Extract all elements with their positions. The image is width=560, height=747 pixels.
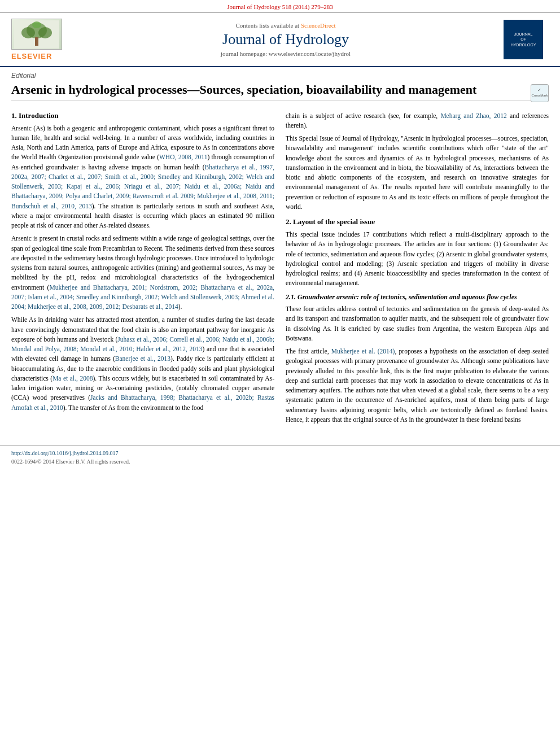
sciencedirect-link[interactable]: ScienceDirect <box>301 22 336 29</box>
article-title: Arsenic in hydrological processes—Source… <box>11 82 531 101</box>
hydrology-logo-text: JOURNALOFHYDROLOGY <box>511 32 536 47</box>
page: Journal of Hydrology 518 (2014) 279–283 … <box>0 0 560 747</box>
mukherjee-2001-link[interactable]: Mukherjee and Bhattacharya, 2001; Nordst… <box>11 284 274 311</box>
section2-1-heading: 2.1. Groundwater arsenic: role of tecton… <box>286 293 549 302</box>
footer: http://dx.doi.org/10.1016/j.jhydrol.2014… <box>0 445 560 469</box>
elsevier-logo-area: ELSEVIER <box>11 19 68 60</box>
tree-logo-image <box>11 19 62 50</box>
elsevier-tree-svg <box>14 20 59 49</box>
journal-homepage: journal homepage: www.elsevier.com/locat… <box>68 50 504 57</box>
intro-paragraph-2: Arsenic is present in crustal rocks and … <box>11 234 274 312</box>
contents-text: Contents lists available at <box>235 22 300 29</box>
and-connector-1: and <box>207 346 216 352</box>
sciencedirect-line: Contents lists available at ScienceDirec… <box>68 22 504 29</box>
journal-title-header: Journal of Hydrology <box>68 31 504 48</box>
homepage-text: journal homepage: www.elsevier.com/locat… <box>221 50 351 57</box>
hydrology-logo-area: JOURNALOFHYDROLOGY <box>504 20 549 59</box>
right-paragraph-1: chain is a subject of active research (s… <box>286 111 549 131</box>
bhattacharya-1997-link[interactable]: Bhattacharya et al., 1997, 2002a, 2007; … <box>11 164 274 209</box>
section2-heading: 2. Layout of the special issue <box>286 217 549 226</box>
main-content: Editorial Arsenic in hydrological proces… <box>0 67 560 439</box>
svg-point-5 <box>32 21 41 28</box>
two-column-layout: 1. Introduction Arsenic (As) is both a g… <box>11 111 549 429</box>
crossmark-label: CrossMark <box>531 94 548 97</box>
who-2008-link[interactable]: WHO, 2008, 2011 <box>159 154 207 160</box>
right-paragraph-2: This Special Issue of Journal of Hydrolo… <box>286 134 549 212</box>
svg-point-3 <box>38 27 52 38</box>
right-column: chain is a subject of active research (s… <box>286 111 549 429</box>
section2-1-paragraph-1: These four articles address control of t… <box>286 304 549 343</box>
footer-copyright: 0022-1694/© 2014 Elsevier B.V. All right… <box>11 458 549 465</box>
intro-paragraph-3: While As in drinking water has attracted… <box>11 315 274 413</box>
header-center: Contents lists available at ScienceDirec… <box>68 22 504 57</box>
crossmark-icon: ✓CrossMark <box>531 88 548 98</box>
footer-doi: http://dx.doi.org/10.1016/j.jhydrol.2014… <box>11 450 549 456</box>
hydrology-logo-box: JOURNALOFHYDROLOGY <box>504 20 543 59</box>
journal-citation: Journal of Hydrology 518 (2014) 279–283 <box>227 3 333 10</box>
jacks-link[interactable]: Jacks and Bhattacharya, 1998; Bhattachar… <box>11 394 274 410</box>
mukherjee-2014-link[interactable]: Mukherjee et al. (2014) <box>331 348 395 355</box>
meharg-link[interactable]: Meharg and Zhao, 2012 <box>440 112 506 119</box>
header-section: ELSEVIER Contents lists available at Sci… <box>0 13 560 67</box>
ma-link[interactable]: Ma et al., 2008 <box>53 375 93 382</box>
juhasz-link[interactable]: Juhasz et al., 2006; Correll et al., 200… <box>11 336 274 352</box>
journal-top-bar: Journal of Hydrology 518 (2014) 279–283 <box>0 0 560 13</box>
intro-paragraph-1: Arsenic (As) is both a geogenic and anth… <box>11 124 274 231</box>
svg-rect-4 <box>35 37 38 46</box>
section2-paragraph-1: This special issue includes 17 contribut… <box>286 230 549 289</box>
and-connector-2: and <box>343 270 352 277</box>
banerjee-link[interactable]: Banerjee et al., 2013 <box>115 355 170 362</box>
editorial-label: Editorial <box>11 67 549 82</box>
elsevier-text-label: ELSEVIER <box>11 52 52 60</box>
title-row: Arsenic in hydrological processes—Source… <box>11 82 549 104</box>
left-column: 1. Introduction Arsenic (As) is both a g… <box>11 111 274 429</box>
section2-1-paragraph-2: The first article, Mukherjee et al. (201… <box>286 347 549 425</box>
crossmark-badge[interactable]: ✓CrossMark <box>531 84 549 102</box>
svg-point-2 <box>21 27 35 38</box>
doi-link[interactable]: http://dx.doi.org/10.1016/j.jhydrol.2014… <box>11 450 119 456</box>
section1-heading: 1. Introduction <box>11 111 274 120</box>
